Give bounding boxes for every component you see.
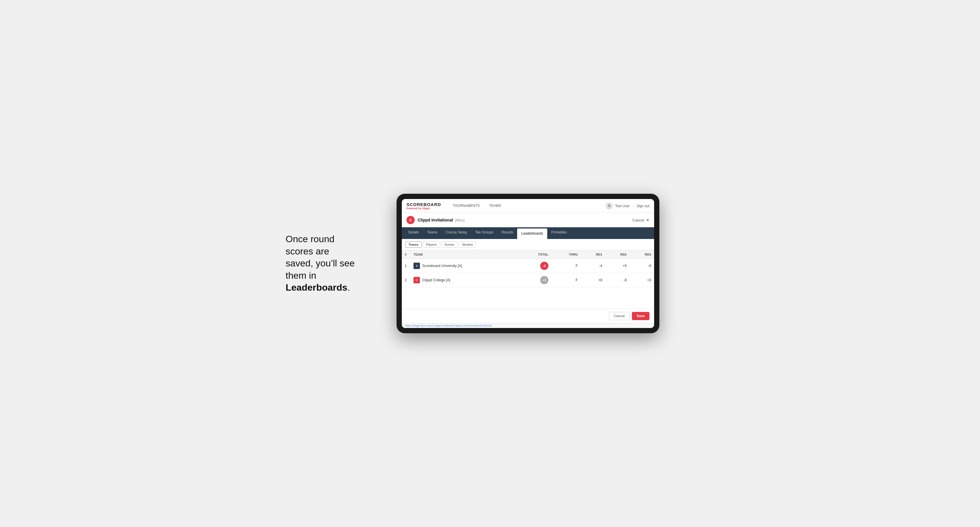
sub-tabs: Teams Players Scores Strokes (402, 239, 654, 250)
sign-out-link[interactable]: Sign out (636, 204, 649, 208)
col-rd3: RD3 (630, 250, 654, 259)
row2-total-badge: +3 (540, 276, 549, 284)
row1-total: -5 (519, 259, 551, 273)
left-text-line2: scores are (286, 246, 329, 257)
row1-thru: F (551, 259, 581, 273)
nav-tournaments[interactable]: TOURNAMENTS (448, 199, 484, 213)
tab-teams[interactable]: Teams (423, 227, 442, 239)
tab-printables[interactable]: Printables (547, 227, 571, 239)
left-text-line3: saved, you’ll see (286, 258, 355, 268)
row2-thru: F (551, 273, 581, 287)
sub-tab-strokes[interactable]: Strokes (459, 241, 476, 248)
left-text-line5-bold: Leaderboards (286, 282, 347, 293)
tab-nav: Details Teams Course Setup Tee Groups Re… (402, 227, 654, 239)
col-rank: # (402, 250, 410, 259)
footer: Cancel Save (402, 309, 654, 323)
col-thru: THRU (551, 250, 581, 259)
col-rd1: RD1 (581, 250, 605, 259)
cancel-top-button[interactable]: Cancel ✕ (633, 218, 649, 222)
content-area: # TEAM TOTAL THRU RD1 RD2 RD3 1 (402, 250, 654, 309)
user-name: Test User (615, 204, 630, 208)
logo-sub-prefix: Powered by (406, 207, 422, 210)
row2-team-logo: C (414, 277, 420, 283)
tournament-header: C Clippd Invitational (Men) Cancel ✕ (402, 213, 654, 227)
col-team: TEAM (410, 250, 519, 259)
nav-divider: | (633, 204, 634, 208)
leaderboard-table: # TEAM TOTAL THRU RD1 RD2 RD3 1 (402, 250, 654, 287)
row2-rd3: +3 (630, 273, 654, 287)
nav-right: S Test User | Sign out (606, 203, 649, 210)
sub-tab-scores[interactable]: Scores (441, 241, 458, 248)
row2-rd1: +8 (581, 273, 605, 287)
cancel-top-label: Cancel (633, 218, 644, 222)
table-row: 2 C Clippd College [A] +3 F (402, 273, 654, 287)
logo-sub: Powered by clippd (406, 207, 441, 210)
row1-rd2: +5 (605, 259, 630, 273)
nav-teams[interactable]: TEAMS (484, 199, 506, 213)
left-text-line1: Once round (286, 234, 334, 244)
row1-total-badge: -5 (540, 262, 549, 270)
row2-team-cell: C Clippd College [A] (414, 277, 516, 283)
sub-tab-players[interactable]: Players (423, 241, 440, 248)
logo-area: SCOREBOARD Powered by clippd (406, 202, 441, 210)
row1-team-name: Scoreboard University [A] (422, 264, 462, 268)
table-header-row: # TEAM TOTAL THRU RD1 RD2 RD3 (402, 250, 654, 259)
tab-results[interactable]: Results (497, 227, 517, 239)
row2-total: +3 (519, 273, 551, 287)
logo-sub-brand: clippd (422, 207, 430, 210)
user-avatar: S (606, 203, 612, 210)
logo-text: SCOREBOARD (406, 202, 441, 207)
table-row: 1 S Scoreboard University [A] -5 F (402, 259, 654, 273)
tablet-screen: SCOREBOARD Powered by clippd TOURNAMENTS… (402, 199, 654, 328)
tab-leaderboards[interactable]: Leaderboards (517, 229, 547, 239)
row2-team: C Clippd College [A] (410, 273, 519, 287)
col-total: TOTAL (519, 250, 551, 259)
row1-rank: 1 (402, 259, 410, 273)
tournament-title: Clippd Invitational (418, 218, 453, 222)
row1-rd3: -6 (630, 259, 654, 273)
page-wrapper: Once round scores are saved, you’ll see … (286, 194, 694, 333)
url-bar: https://stage-blue-coach.stagescoreboard… (402, 323, 654, 328)
left-text-line5-end: . (347, 282, 350, 293)
save-button[interactable]: Save (632, 312, 649, 320)
tab-tee-groups[interactable]: Tee Groups (471, 227, 497, 239)
row1-rd1: -4 (581, 259, 605, 273)
row1-team-cell: S Scoreboard University [A] (414, 263, 516, 269)
left-text-block: Once round scores are saved, you’ll see … (286, 233, 379, 294)
tablet-frame: SCOREBOARD Powered by clippd TOURNAMENTS… (396, 194, 659, 333)
row2-team-name: Clippd College [A] (422, 278, 450, 282)
navbar: SCOREBOARD Powered by clippd TOURNAMENTS… (402, 199, 654, 213)
tournament-subtitle: (Men) (455, 218, 465, 222)
row2-rank: 2 (402, 273, 410, 287)
tab-details[interactable]: Details (404, 227, 423, 239)
row1-team: S Scoreboard University [A] (410, 259, 519, 273)
left-text-line4: them in (286, 270, 316, 281)
cancel-button[interactable]: Cancel (609, 312, 630, 320)
close-icon: ✕ (646, 218, 649, 222)
tournament-logo: C (406, 216, 415, 224)
sub-tab-teams[interactable]: Teams (405, 241, 422, 248)
row2-rd2: -8 (605, 273, 630, 287)
row1-team-logo: S (414, 263, 420, 269)
col-rd2: RD2 (605, 250, 630, 259)
nav-links: TOURNAMENTS TEAMS (448, 199, 606, 213)
tab-course-setup[interactable]: Course Setup (442, 227, 471, 239)
